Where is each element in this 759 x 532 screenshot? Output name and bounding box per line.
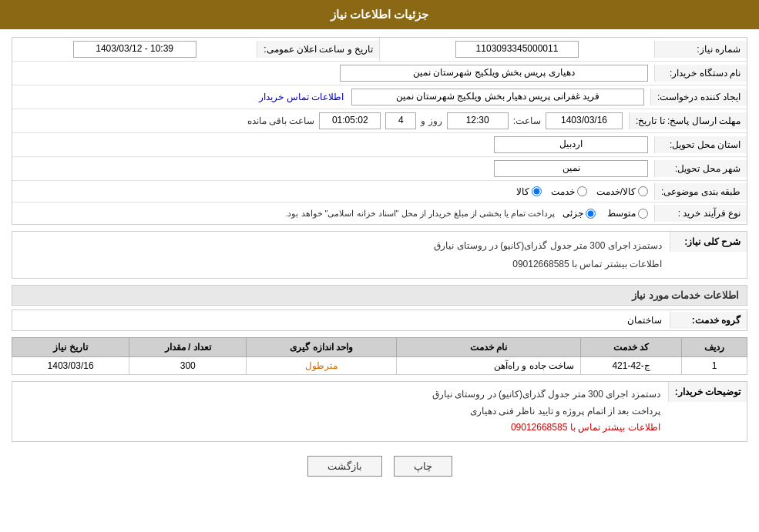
creator-label: ایجاد کننده درخواست:: [650, 89, 747, 105]
reply-time: 12:30: [447, 112, 509, 129]
group-service-label: گروه خدمت:: [670, 312, 747, 329]
main-info-section: شماره نیاز: 1103093345000011 تاریخ و ساع…: [12, 37, 747, 225]
need-desc-section: شرح کلی نیاز: دستمزد اجرای 300 متر جدول …: [12, 231, 747, 279]
city-label: شهر محل تحویل:: [654, 160, 747, 177]
cell-qty: 300: [129, 357, 247, 375]
announce-value: 1403/03/12 - 10:39: [73, 41, 196, 58]
buyer-notes-link[interactable]: اطلاعات بیشتر تماس با 09012668585: [432, 420, 660, 437]
buyer-notes-line1: دستمزد اجرای 300 متر جدول گذراى(کانیو) د…: [432, 386, 660, 403]
buyer-notes-label: توضیحات خریدار:: [668, 382, 747, 402]
need-desc-line2: اطلاعات بیشتر تماس با 09012668585: [434, 255, 662, 273]
buyer-org-label: نام دستگاه خریدار:: [654, 65, 747, 82]
col-date: تاریخ نیاز: [12, 338, 129, 357]
radio-kala-khedmat[interactable]: کالا/خدمت: [596, 186, 648, 197]
reply-days: 4: [385, 112, 416, 129]
group-service-row: گروه خدمت: ساختمان: [12, 309, 747, 331]
reply-remaining-label: ساعت باقی مانده: [247, 115, 315, 126]
reply-remaining: 01:05:02: [319, 112, 381, 129]
row-creator: ایجاد کننده درخواست: فرید غفرانی پریس ده…: [12, 85, 747, 109]
need-number-label: شماره نیاز:: [654, 41, 747, 58]
announce-label: تاریخ و ساعت اعلان عمومی:: [257, 41, 379, 58]
purchase-note: پرداخت تمام یا بخشی از مبلغ خریدار از مح…: [285, 209, 555, 219]
cell-code: ج-42-421: [581, 357, 682, 375]
buyer-notes-line2: پرداخت بعد از اتمام پروژه و تایید ناظر ف…: [432, 403, 660, 420]
table-row: 1ج-42-421ساخت جاده و راه‌آهنمترطول300140…: [12, 357, 747, 375]
page-title: جزئیات اطلاعات نیاز: [331, 8, 428, 21]
row-category: طبقه بندی موضوعی: کالا/خدمت خدمت کالا: [12, 181, 747, 202]
radio-khedmat[interactable]: خدمت: [551, 186, 587, 197]
reply-days-label: روز و: [421, 115, 442, 126]
category-label: طبقه بندی موضوعی:: [654, 183, 747, 200]
buttons-row: چاپ بازگشت: [12, 448, 747, 484]
city-value: نمین: [494, 160, 648, 177]
group-service-value: ساختمان: [620, 312, 670, 329]
page-header: جزئیات اطلاعات نیاز: [0, 0, 759, 29]
col-name: نام خدمت: [397, 338, 581, 357]
row-city: شهر محل تحویل: نمین: [12, 157, 747, 181]
col-qty: تعداد / مقدار: [129, 338, 247, 357]
row-reply-deadline: مهلت ارسال پاسخ: تا تاریخ: 1403/03/16 سا…: [12, 109, 747, 133]
purchase-type-label: نوع فرآیند خرید :: [654, 205, 747, 222]
reply-time-label: ساعت:: [513, 115, 541, 126]
radio-jozyi[interactable]: جزئی: [563, 208, 596, 219]
col-unit: واحد اندازه گیری: [247, 338, 397, 357]
buyer-notes-section: توضیحات خریدار: دستمزد اجرای 300 متر جدو…: [12, 381, 747, 442]
services-section-title: اطلاعات خدمات مورد نیاز: [12, 285, 747, 306]
radio-kala[interactable]: کالا: [516, 186, 542, 197]
need-desc-line1: دستمزد اجرای 300 متر جدول گذرای(کانیو) د…: [434, 236, 662, 255]
province-value: اردبیل: [494, 136, 648, 153]
services-table: ردیف کد خدمت نام خدمت واحد اندازه گیری ت…: [12, 337, 747, 375]
need-number-value: 1103093345000011: [455, 41, 579, 58]
row-need-number: شماره نیاز: 1103093345000011 تاریخ و ساع…: [12, 38, 747, 62]
cell-row-num: 1: [682, 357, 747, 375]
row-province: استان محل تحویل: اردبیل: [12, 133, 747, 157]
back-button[interactable]: بازگشت: [307, 456, 382, 477]
buyer-org-value: دهیاری پریس بخش ویلکیج شهرستان نمین: [340, 65, 648, 82]
buyer-notes-content: دستمزد اجرای 300 متر جدول گذراى(کانیو) د…: [425, 382, 668, 441]
cell-date: 1403/03/16: [12, 357, 129, 375]
need-desc-label: شرح کلی نیاز:: [670, 232, 747, 252]
row-purchase-type: نوع فرآیند خرید : متوسط جزئی پرداخت تمام…: [12, 202, 747, 224]
contact-link[interactable]: اطلاعات تماس خریدار: [259, 92, 344, 102]
province-label: استان محل تحویل:: [654, 136, 747, 153]
reply-deadline-label: مهلت ارسال پاسخ: تا تاریخ:: [629, 112, 747, 129]
reply-date: 1403/03/16: [546, 112, 623, 129]
print-button[interactable]: چاپ: [394, 456, 452, 477]
radio-motavaset[interactable]: متوسط: [607, 208, 648, 219]
col-row-num: ردیف: [682, 338, 747, 357]
need-desc-content: دستمزد اجرای 300 متر جدول گذرای(کانیو) د…: [426, 232, 670, 278]
services-table-section: ردیف کد خدمت نام خدمت واحد اندازه گیری ت…: [12, 337, 747, 375]
creator-value: فرید غفرانی پریس دهیار بخش ویلکیج شهرستا…: [351, 89, 644, 105]
cell-name: ساخت جاده و راه‌آهن: [397, 357, 581, 375]
col-code: کد خدمت: [581, 338, 682, 357]
cell-unit: مترطول: [247, 357, 397, 375]
row-buyer-org: نام دستگاه خریدار: دهیاری پریس بخش ویلکی…: [12, 62, 747, 85]
